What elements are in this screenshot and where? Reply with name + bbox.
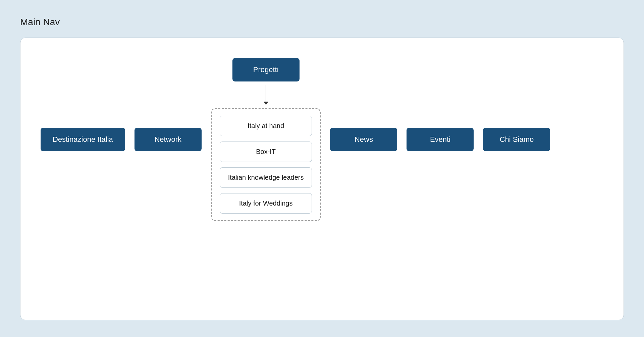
dropdown-item-italian-knowledge-leaders[interactable]: Italian knowledge leaders xyxy=(220,167,312,188)
nav-btn-destinazione-italia[interactable]: Destinazione Italia xyxy=(41,128,125,151)
dropdown-item-box-it[interactable]: Box-IT xyxy=(220,142,312,162)
main-container: Destinazione Italia Network Progetti Ita… xyxy=(20,38,624,320)
nav-btn-chi-siamo[interactable]: Chi Siamo xyxy=(483,128,550,151)
progetti-section: Progetti Italy at hand Box-IT Italian kn… xyxy=(211,58,321,221)
dropdown-item-italy-at-hand[interactable]: Italy at hand xyxy=(220,116,312,136)
dropdown-arrow xyxy=(264,85,268,105)
nav-btn-network[interactable]: Network xyxy=(135,128,202,151)
nav-btn-news[interactable]: News xyxy=(330,128,397,151)
arrow-head xyxy=(264,102,268,105)
page-title: Main Nav xyxy=(20,17,624,27)
nav-btn-progetti[interactable]: Progetti xyxy=(232,58,300,81)
dropdown-box: Italy at hand Box-IT Italian knowledge l… xyxy=(211,108,321,221)
nav-btn-eventi[interactable]: Eventi xyxy=(407,128,474,151)
nav-row: Destinazione Italia Network Progetti Ita… xyxy=(41,58,603,221)
arrow-stem xyxy=(266,85,266,102)
dropdown-item-italy-for-weddings[interactable]: Italy for Weddings xyxy=(220,193,312,214)
